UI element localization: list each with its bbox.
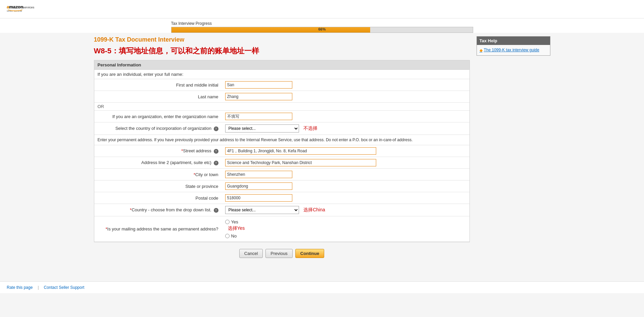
country-drop-select[interactable]: Please select... [225,206,299,214]
page-title: 1099-K Tax Document Interview [94,36,470,43]
or-text: OR [94,103,469,111]
city-label: *City or town [94,169,222,180]
yes-radio-row: Yes 选择Yes [225,219,466,231]
amazon-logo: amazon a mazon services seller central [7,3,47,15]
country-drop-cell: Please select... 选择China [222,204,469,216]
footer-links: Rate this page | Contact Seller Support [7,285,637,290]
country-org-select[interactable]: Please select... [225,124,299,133]
footer: Rate this page | Contact Seller Support [0,281,644,293]
postal-input[interactable] [225,194,292,202]
country-drop-label: *Country - choose from the drop down lis… [94,204,222,216]
page-annotation: W8-5：填写地址信息，可以和之前的账单地址一样 [94,46,470,56]
svg-text:mazon: mazon [9,4,23,9]
address2-help-icon[interactable]: ? [214,161,218,165]
state-cell [222,180,469,192]
contact-support-link[interactable]: Contact Seller Support [44,285,85,290]
city-row: *City or town [94,169,469,180]
last-name-input[interactable] [225,93,292,100]
country-org-row: Select the country of incorporation of o… [94,122,469,135]
section-header: Personal Information [94,60,469,70]
address2-input[interactable] [225,159,376,166]
continue-button[interactable]: Continue [295,249,324,258]
country-org-cell: Please select... 不选择 [222,122,469,135]
progress-section: Tax Interview Progress 66% [0,18,644,33]
first-middle-row: First and middle initial [94,79,469,91]
mailing-cell: Yes 选择Yes No [222,216,469,242]
no-radio-label[interactable]: No [225,233,466,239]
last-name-row: Last name [94,91,469,103]
org-row: If you are an organization, enter the or… [94,111,469,122]
tax-help-box: Tax Help ◆ The 1099-K tax interview guid… [477,36,550,56]
city-cell [222,169,469,180]
postal-row: Postal code [94,192,469,204]
cancel-button[interactable]: Cancel [239,249,263,258]
form-table: If you are an individual, enter your ful… [94,70,469,242]
first-middle-cell [222,79,469,91]
state-row: State or province [94,180,469,192]
header: amazon a mazon services seller central [0,0,644,18]
street-cell [222,145,469,157]
yes-radio[interactable] [225,220,230,224]
individual-label: If you are an individual, enter your ful… [94,70,469,79]
street-row: *Street address ? [94,145,469,157]
mailing-row: *Is your mailing address the same as per… [94,216,469,242]
address-info-row: Enter your permanent address. If you hav… [94,135,469,145]
tax-help-body: ◆ The 1099-K tax interview guide [477,45,550,55]
previous-button[interactable]: Previous [265,249,293,258]
postal-label: Postal code [94,192,222,204]
or-row: OR [94,103,469,111]
org-input[interactable] [225,113,292,120]
tax-help-link[interactable]: ◆ The 1099-K tax interview guide [480,48,547,53]
no-radio[interactable] [225,234,230,238]
address2-label: Address line 2 (apartment, suite etc) ? [94,157,222,169]
yes-annotation: 选择Yes [228,225,245,231]
yes-radio-label[interactable]: Yes [225,219,466,224]
org-label: If you are an organization, enter the or… [94,111,222,122]
diamond-icon: ◆ [480,48,483,53]
no-radio-row: No [225,233,466,239]
country-org-help-icon[interactable]: ? [214,126,218,131]
tax-help-title: Tax Help [480,38,497,43]
mailing-label: *Is your mailing address the same as per… [94,216,222,242]
footer-separator: | [38,285,39,290]
last-name-label: Last name [94,91,222,103]
button-row: Cancel Previous Continue [94,242,470,265]
personal-info-section: Personal Information If you are an indiv… [94,60,470,242]
rate-page-link[interactable]: Rate this page [7,285,33,290]
country-drop-annotation: 选择China [303,207,325,212]
svg-text:services: services [23,6,35,9]
first-middle-label: First and middle initial [94,79,222,91]
state-input[interactable] [225,182,292,190]
left-panel: 1099-K Tax Document Interview W8-5：填写地址信… [94,36,470,265]
state-label: State or province [94,180,222,192]
city-input[interactable] [225,171,292,178]
postal-cell [222,192,469,204]
tax-help-header: Tax Help [477,37,550,45]
address2-cell [222,157,469,169]
last-name-cell [222,91,469,103]
progress-label: Tax Interview Progress [171,21,473,26]
street-help-icon[interactable]: ? [214,149,218,154]
first-middle-input[interactable] [225,81,292,89]
address2-row: Address line 2 (apartment, suite etc) ? [94,157,469,169]
street-label: *Street address ? [94,145,222,157]
progress-bar: 66% [171,27,473,33]
country-org-annotation: 不选择 [303,125,317,131]
progress-percent: 66% [171,27,473,31]
main-container: 1099-K Tax Document Interview W8-5：填写地址信… [87,33,557,268]
individual-row: If you are an individual, enter your ful… [94,70,469,79]
right-panel: Tax Help ◆ The 1099-K tax interview guid… [477,36,550,265]
country-drop-row: *Country - choose from the drop down lis… [94,204,469,216]
street-input[interactable] [225,147,376,155]
country-drop-help-icon[interactable]: ? [214,208,218,213]
address-info-text: Enter your permanent address. If you hav… [94,135,469,145]
country-org-label: Select the country of incorporation of o… [94,122,222,135]
org-cell [222,111,469,122]
